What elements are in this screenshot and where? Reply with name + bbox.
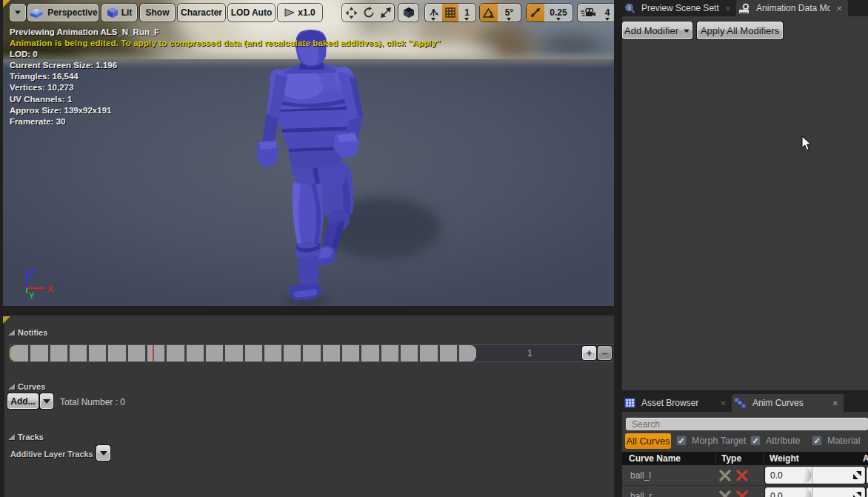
camera-speed-value-button[interactable]: 4	[598, 4, 614, 21]
scale-snap-toggle[interactable]	[527, 4, 544, 21]
apply-all-modifiers-button[interactable]: Apply All Modifiers	[697, 21, 783, 39]
notify-frame-cell[interactable]	[225, 345, 244, 361]
rotate-tool-button[interactable]	[360, 4, 377, 21]
notify-frame-cell[interactable]	[440, 345, 459, 361]
notify-frame-cell[interactable]	[342, 345, 361, 361]
curve-type-icons	[718, 490, 750, 497]
notify-frame-cell[interactable]	[70, 345, 89, 361]
add-modifier-button[interactable]: Add Modifier	[622, 21, 692, 39]
animation-data-modifiers-icon	[738, 3, 750, 14]
morph-target-checkbox[interactable]: ✓	[676, 436, 687, 446]
notify-frame-cell[interactable]	[10, 345, 30, 361]
viewport-options-dropdown[interactable]	[10, 4, 26, 21]
viewport-3d[interactable]: Z X Y Perspective	[3, 0, 614, 306]
weight-expand-icon	[852, 470, 862, 480]
notify-frame-cell[interactable]	[187, 345, 206, 361]
scale-tool-button[interactable]	[377, 4, 394, 21]
notifies-remove-track-button[interactable]: –	[598, 346, 612, 360]
notify-frame-cell[interactable]	[381, 345, 401, 361]
previewing-animation-text: Previewing Animation ALS_N_Run_F	[10, 27, 441, 38]
tab-close-icon[interactable]: ✕	[836, 4, 842, 13]
curve-row-ball-r[interactable]: ball_r 0.0	[622, 486, 868, 497]
notify-frame-cell[interactable]	[323, 345, 342, 361]
tab-close-icon[interactable]: ✕	[725, 4, 731, 13]
attribute-checkbox[interactable]: ✓	[750, 436, 761, 446]
surface-snap-icon	[428, 7, 440, 18]
weight-spinbox[interactable]: 0.0	[765, 467, 865, 484]
material-checkbox[interactable]: ✓	[812, 436, 822, 446]
col-weight[interactable]: Weight	[769, 453, 799, 464]
animation-data-modifiers-body: Add Modifier Apply All Modifiers	[622, 16, 868, 390]
grid-snap-toggle[interactable]	[442, 4, 458, 21]
search-input[interactable]: Search	[626, 418, 868, 430]
curves-add-dropdown-button[interactable]	[40, 393, 53, 409]
notifies-track[interactable]: 1 + –	[9, 344, 612, 362]
notify-frame-cell[interactable]	[459, 345, 476, 361]
timeline-playhead[interactable]	[153, 345, 154, 361]
notify-frame-cell[interactable]	[50, 345, 70, 361]
tab-animation-data-modifiers[interactable]: Animation Data Mo ✕	[736, 0, 847, 16]
curves-total-label: Total Number : 0	[60, 397, 125, 407]
editing-warning-text: Animation is being edited. To apply to c…	[10, 38, 441, 49]
notify-frame-cell[interactable]	[206, 345, 225, 361]
perspective-icon	[28, 7, 44, 19]
notify-frame-cell[interactable]	[89, 345, 108, 361]
tab-close-icon[interactable]: ✕	[832, 399, 838, 407]
camera-speed-button[interactable]	[578, 4, 598, 21]
notify-frame-cell[interactable]	[167, 345, 186, 361]
surface-snap-button[interactable]	[425, 4, 442, 21]
attribute-filter[interactable]: ✓ Attribute	[750, 436, 801, 446]
axis-y-label: Y	[29, 291, 35, 300]
lit-mode-button[interactable]: Lit	[101, 4, 137, 21]
transform-tools-group	[342, 4, 394, 21]
character-menu-button[interactable]: Character	[178, 4, 225, 21]
notify-frame-cell[interactable]	[284, 345, 303, 361]
translate-tool-button[interactable]	[342, 4, 360, 21]
notifies-section-header[interactable]: Notifies	[8, 328, 47, 337]
notify-frame-cell[interactable]	[128, 345, 147, 361]
notify-frame-cell[interactable]	[108, 345, 127, 361]
rotation-snap-value-button[interactable]: 5°	[498, 4, 521, 21]
rotation-snap-icon	[483, 7, 495, 19]
notify-frame-cell[interactable]	[303, 345, 322, 361]
notify-frame-cell[interactable]	[30, 345, 50, 361]
grid-snap-value-button[interactable]: 1	[458, 4, 475, 21]
lod-auto-button[interactable]: LOD Auto	[228, 4, 275, 21]
play-icon	[284, 8, 295, 17]
tab-close-icon[interactable]: ✕	[721, 399, 727, 407]
curve-row-ball-l[interactable]: ball_l 0.0	[622, 465, 868, 486]
morph-target-filter[interactable]: ✓ Morph Target	[676, 436, 746, 446]
notify-frame-cell[interactable]	[245, 345, 264, 361]
notify-frame-cell[interactable]	[401, 345, 420, 361]
curve-name-label: ball_r	[630, 491, 652, 497]
rotation-snap-toggle[interactable]	[480, 4, 498, 21]
notify-frame-cell[interactable]	[361, 345, 381, 361]
perspective-button[interactable]: Perspective	[27, 4, 99, 21]
notify-frame-cell[interactable]	[147, 345, 167, 361]
material-filter[interactable]: ✓ Material	[812, 436, 860, 446]
notify-frame-cell[interactable]	[420, 345, 439, 361]
tracks-section-header[interactable]: Tracks	[8, 433, 44, 441]
weight-spinbox[interactable]: 0.0	[765, 487, 865, 497]
col-auto[interactable]: A	[863, 453, 868, 464]
unreal-animation-editor: Z X Y Perspective	[0, 0, 868, 497]
notifies-add-track-button[interactable]: +	[582, 346, 596, 360]
additive-layer-tracks-dropdown[interactable]	[96, 445, 110, 461]
tab-preview-scene-settings[interactable]: i Preview Scene Sett ✕	[622, 0, 736, 16]
coordinate-system-button[interactable]	[398, 4, 418, 21]
tab-asset-browser[interactable]: Asset Browser ✕	[622, 394, 732, 412]
notifies-expander-icon	[8, 330, 15, 336]
tab-anim-curves[interactable]: Anim Curves ✕	[732, 394, 844, 412]
col-type[interactable]: Type	[721, 453, 741, 464]
col-curve-name[interactable]: Curve Name	[629, 453, 681, 464]
all-curves-filter-button[interactable]: All Curves	[625, 433, 671, 449]
curves-section-header[interactable]: Curves	[8, 382, 45, 391]
playback-speed-button[interactable]: x1.0	[278, 4, 322, 21]
curves-add-button[interactable]: Add...	[7, 393, 39, 409]
curve-type-icons	[718, 469, 750, 482]
timeline-corner-marker	[3, 316, 10, 324]
notify-frame-cell[interactable]	[264, 345, 284, 361]
show-menu-button[interactable]: Show	[140, 4, 175, 21]
rotate-icon	[363, 7, 375, 19]
scale-snap-value-button[interactable]: 0.25	[544, 4, 572, 21]
